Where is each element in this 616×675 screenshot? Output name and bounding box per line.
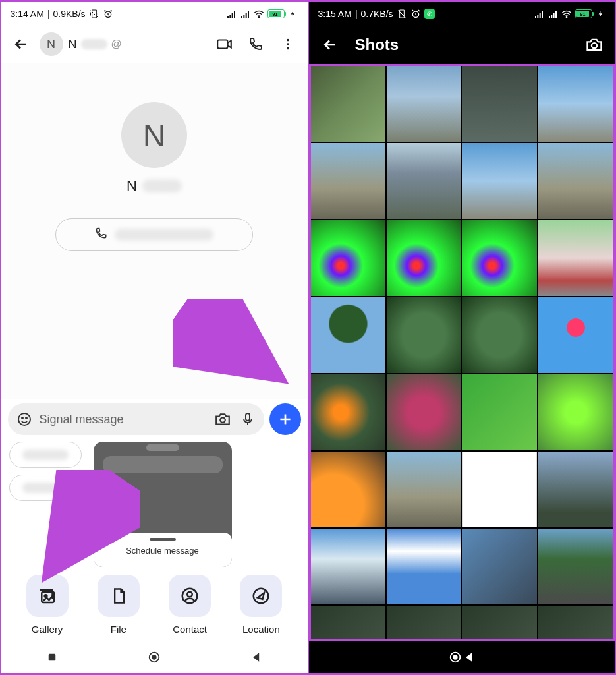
gallery-thumbnail[interactable] — [311, 374, 385, 450]
profile-phone-bubble[interactable] — [55, 218, 253, 251]
gallery-thumbnail[interactable] — [462, 374, 537, 450]
profile-name-initial: N — [126, 177, 137, 194]
status-rate: 0.7KB/s — [361, 9, 393, 19]
wifi-icon — [254, 9, 264, 19]
profile-phone-redacted — [115, 229, 213, 241]
gallery-thumbnail[interactable] — [311, 529, 385, 604]
svg-point-5 — [287, 47, 289, 50]
svg-point-3 — [287, 39, 289, 42]
nav-home-button[interactable] — [146, 649, 162, 665]
nav-home-button[interactable] — [448, 649, 462, 665]
gallery-thumbnail[interactable] — [462, 529, 537, 604]
gallery-thumbnail[interactable] — [462, 220, 537, 296]
schedule-preview-card[interactable]: Schedule message — [94, 442, 232, 567]
svg-point-18 — [152, 655, 156, 659]
emoji-icon[interactable] — [14, 409, 34, 429]
status-rate: 0.9KB/s — [53, 9, 86, 19]
phone-left-signal-chat: 3:14 AM | 0.9KB/s — [1, 2, 308, 673]
attach-contact-button[interactable]: Contact — [169, 575, 211, 635]
back-button[interactable] — [317, 32, 343, 58]
battery-icon: 91 — [267, 9, 285, 18]
camera-icon[interactable] — [213, 409, 233, 429]
header-contact-name[interactable]: N @ — [69, 38, 206, 51]
status-bar: 3:14 AM | 0.9KB/s — [1, 2, 308, 26]
svg-point-14 — [187, 592, 192, 597]
contact-icon — [169, 575, 211, 617]
gallery-thumbnail[interactable] — [387, 452, 461, 527]
gallery-thumbnail[interactable] — [538, 143, 613, 219]
vibrate-off-icon — [89, 9, 99, 19]
gallery-thumbnail[interactable] — [311, 297, 385, 373]
nav-back-button[interactable] — [248, 649, 264, 665]
attach-plus-button[interactable] — [269, 403, 301, 435]
gallery-thumbnail[interactable] — [387, 529, 461, 604]
gallery-thumbnail[interactable] — [387, 66, 461, 142]
more-options-button[interactable] — [275, 31, 301, 57]
svg-point-21 — [591, 43, 596, 48]
status-left: 3:14 AM | 0.9KB/s — [11, 9, 113, 19]
battery-level: 91 — [269, 11, 282, 17]
video-call-button[interactable] — [211, 31, 238, 57]
wifi-icon — [561, 9, 572, 19]
gallery-thumbnail[interactable] — [538, 529, 613, 604]
gallery-thumbnail[interactable] — [311, 452, 385, 527]
chat-header: N N @ — [1, 26, 308, 63]
recent-thumbnail[interactable] — [9, 475, 82, 501]
attach-contact-label: Contact — [173, 624, 207, 635]
gallery-thumbnail[interactable] — [462, 452, 537, 527]
compose-placeholder: Signal message — [40, 413, 208, 426]
gallery-thumbnail[interactable] — [538, 220, 613, 296]
gallery-thumbnail[interactable] — [387, 374, 461, 450]
voice-call-button[interactable] — [243, 31, 269, 57]
gallery-thumbnail[interactable] — [462, 297, 537, 373]
profile-avatar[interactable]: N — [121, 102, 187, 168]
header-name-redacted — [81, 39, 107, 49]
file-icon — [98, 575, 140, 617]
attachment-sheet: Schedule message Gallery File — [1, 439, 308, 641]
location-icon — [240, 575, 282, 617]
attach-file-button[interactable]: File — [98, 575, 140, 635]
status-separator: | — [355, 9, 358, 19]
profile-name-redacted — [142, 179, 182, 192]
gallery-thumbnail[interactable] — [387, 297, 461, 373]
gallery-thumbnail[interactable] — [311, 220, 385, 296]
camera-button[interactable] — [581, 32, 607, 58]
gallery-thumbnail[interactable] — [462, 143, 537, 219]
attachment-options: Gallery File Contact — [9, 573, 300, 636]
chat-body: N N — [1, 63, 308, 399]
back-button[interactable] — [8, 31, 34, 57]
gallery-thumbnail[interactable] — [462, 606, 537, 641]
attach-gallery-button[interactable]: Gallery — [26, 575, 69, 635]
signal-bars-icon-2 — [240, 9, 250, 19]
gallery-icon — [26, 575, 69, 617]
gallery-grid[interactable] — [309, 64, 615, 641]
schedule-message-label: Schedule message — [126, 546, 199, 556]
header-avatar-initial: N — [47, 38, 55, 51]
gallery-thumbnail[interactable] — [387, 220, 461, 296]
nav-recents-button[interactable] — [454, 649, 470, 665]
preview-compose-bar — [103, 456, 223, 473]
profile-name: N — [126, 177, 182, 194]
gallery-thumbnail[interactable] — [462, 66, 537, 142]
nav-back-button[interactable] — [462, 649, 476, 665]
header-avatar[interactable]: N — [40, 32, 63, 56]
gallery-thumbnail[interactable] — [538, 66, 613, 142]
gallery-thumbnail[interactable] — [311, 66, 385, 142]
compose-row: Signal message — [1, 399, 308, 439]
gallery-thumbnail[interactable] — [311, 606, 385, 641]
gallery-thumbnail[interactable] — [538, 297, 613, 373]
gallery-thumbnail[interactable] — [311, 143, 385, 219]
microphone-icon[interactable] — [238, 409, 258, 429]
gallery-thumbnail[interactable] — [387, 143, 461, 219]
recent-thumbnail[interactable] — [9, 442, 82, 468]
compose-input[interactable]: Signal message — [8, 403, 264, 435]
nav-recents-button[interactable] — [44, 649, 60, 665]
gallery-thumbnail[interactable] — [538, 374, 613, 450]
recent-images-row: Schedule message — [9, 442, 300, 567]
status-separator: | — [47, 9, 50, 19]
gallery-thumbnail[interactable] — [538, 452, 613, 527]
phone-icon — [95, 227, 108, 243]
attach-location-button[interactable]: Location — [240, 575, 282, 635]
gallery-thumbnail[interactable] — [387, 606, 461, 641]
gallery-thumbnail[interactable] — [538, 606, 613, 641]
